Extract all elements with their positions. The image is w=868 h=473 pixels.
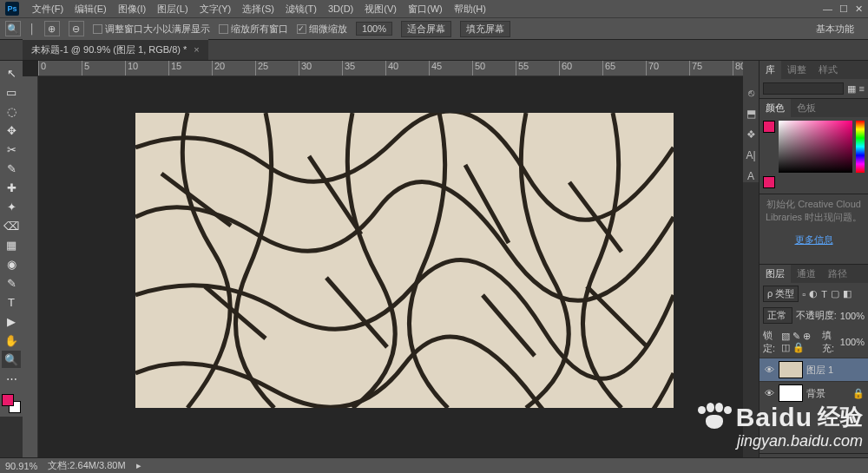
- type-tool[interactable]: T: [2, 293, 21, 311]
- menu-layer[interactable]: 图层(L): [152, 1, 193, 17]
- ruler-vertical[interactable]: [23, 76, 38, 457]
- close-icon[interactable]: ✕: [855, 3, 863, 15]
- workspace-switcher[interactable]: 基本功能: [807, 20, 863, 38]
- marquee-tool[interactable]: ▭: [2, 83, 21, 101]
- color-swatches[interactable]: [2, 394, 21, 413]
- hand-tool[interactable]: ✋: [2, 332, 21, 349]
- blend-mode-select[interactable]: 正常: [763, 307, 792, 324]
- tab-paths[interactable]: 路径: [822, 265, 853, 283]
- history-icon[interactable]: ⎋: [745, 87, 757, 99]
- menu-3d[interactable]: 3D(D): [323, 2, 358, 16]
- color-field[interactable]: [779, 121, 852, 173]
- zoom-tool[interactable]: 🔍: [2, 351, 21, 368]
- visibility-icon[interactable]: 👁: [763, 388, 775, 398]
- more-info-link[interactable]: 更多信息: [795, 234, 833, 245]
- tab-style[interactable]: 样式: [812, 61, 844, 79]
- filter-icon[interactable]: ◧: [843, 288, 852, 299]
- layer-name[interactable]: 背景: [806, 387, 825, 400]
- layer-row[interactable]: 👁 背景 🔒: [760, 381, 868, 404]
- visibility-icon[interactable]: 👁: [763, 365, 775, 375]
- menu-type[interactable]: 文字(Y): [194, 1, 237, 17]
- lock-label: 锁定:: [763, 329, 778, 355]
- ruler-mark: 50: [472, 61, 516, 76]
- tab-swatches[interactable]: 色板: [791, 99, 822, 117]
- filter-icon[interactable]: ▫: [802, 289, 806, 299]
- lasso-tool[interactable]: ◌: [2, 102, 21, 120]
- tab-search[interactable]: 库: [760, 61, 781, 79]
- color-panel: 颜色色板: [760, 99, 868, 194]
- resize-window-label: 调整窗口大小以满屏显示: [105, 23, 210, 36]
- opacity-value[interactable]: 100%: [840, 311, 865, 321]
- crop-tool[interactable]: ✂: [2, 141, 21, 158]
- eraser-tool[interactable]: ▦: [2, 236, 21, 253]
- fit-screen-button[interactable]: 适合屏幕: [401, 21, 451, 37]
- tab-channels[interactable]: 通道: [791, 265, 822, 283]
- zoom-in-icon[interactable]: ⊕: [44, 21, 60, 36]
- close-tab-icon[interactable]: ×: [194, 44, 199, 55]
- layer-filter-kind[interactable]: ρ 类型: [763, 286, 799, 302]
- menu-help[interactable]: 帮助(H): [449, 1, 491, 17]
- ruler-mark: 45: [429, 61, 472, 76]
- ruler-mark: 70: [646, 61, 689, 76]
- scrubby-zoom-checkbox[interactable]: ✓细微缩放: [297, 23, 347, 36]
- menu-file[interactable]: 文件(F): [27, 1, 69, 17]
- menu-window[interactable]: 窗口(W): [403, 1, 448, 17]
- brush-tool[interactable]: ✦: [2, 198, 21, 215]
- list-view-icon[interactable]: ≡: [859, 83, 865, 94]
- move-tool[interactable]: ↖: [2, 64, 21, 82]
- filter-icon[interactable]: ◐: [809, 288, 818, 299]
- grid-view-icon[interactable]: ▦: [847, 83, 856, 95]
- menu-image[interactable]: 图像(I): [113, 1, 151, 17]
- search-input[interactable]: [763, 82, 844, 95]
- ruler-horizontal[interactable]: 05101520253035404550556065707580: [38, 61, 743, 76]
- fill-screen-button[interactable]: 填充屏幕: [460, 21, 510, 37]
- layer-name[interactable]: 图层 1: [806, 364, 833, 377]
- layer-thumbnail[interactable]: [779, 384, 803, 402]
- adjustments-icon[interactable]: ❖: [745, 128, 757, 141]
- menu-select[interactable]: 选择(S): [237, 1, 279, 17]
- filter-icon[interactable]: T: [821, 289, 827, 299]
- options-bar: 🔍 │ ⊕ ⊖ 调整窗口大小以满屏显示 缩放所有窗口 ✓细微缩放 100% 适合…: [0, 17, 868, 40]
- gradient-tool[interactable]: ◉: [2, 255, 21, 273]
- status-doc-size[interactable]: 文档:2.64M/3.80M: [48, 459, 125, 472]
- zoom-out-icon[interactable]: ⊖: [69, 21, 84, 36]
- menu-view[interactable]: 视图(V): [359, 1, 402, 17]
- healing-tool[interactable]: ✚: [2, 179, 21, 196]
- ruler-mark: 5: [82, 61, 125, 76]
- ruler-mark: 60: [559, 61, 602, 76]
- status-zoom[interactable]: 90.91%: [5, 461, 37, 471]
- tab-layers[interactable]: 图层: [760, 265, 791, 283]
- resize-window-checkbox[interactable]: 调整窗口大小以满屏显示: [93, 23, 210, 36]
- menu-edit[interactable]: 编辑(E): [69, 1, 112, 17]
- maximize-icon[interactable]: ☐: [839, 3, 848, 15]
- edit-toolbar[interactable]: ⋯: [2, 370, 21, 387]
- document-tab[interactable]: 未标题-1 @ 90.9% (图层 1, RGB/8) *×: [23, 39, 208, 60]
- ruler-mark: 80: [733, 61, 743, 76]
- properties-icon[interactable]: ⬒: [745, 108, 757, 120]
- layer-thumbnail[interactable]: [779, 361, 803, 378]
- tab-adjust[interactable]: 调整: [781, 61, 812, 79]
- stamp-tool[interactable]: ⌫: [2, 217, 21, 234]
- path-tool[interactable]: ▶: [2, 312, 21, 330]
- fg-swatch[interactable]: [763, 121, 775, 133]
- zoom-all-checkbox[interactable]: 缩放所有窗口: [219, 23, 288, 36]
- status-chevron-icon[interactable]: ▸: [136, 460, 141, 471]
- tab-color[interactable]: 颜色: [760, 99, 791, 117]
- zoom-tool-icon[interactable]: 🔍: [5, 21, 21, 36]
- bg-swatch[interactable]: [763, 176, 775, 188]
- layer-row[interactable]: 👁 图层 1: [760, 358, 868, 381]
- canvas-image[interactable]: [135, 113, 674, 408]
- character-icon[interactable]: A|: [745, 149, 757, 161]
- paragraph-icon[interactable]: A: [745, 170, 757, 182]
- pen-tool[interactable]: ✎: [2, 274, 21, 292]
- hue-slider[interactable]: [856, 121, 865, 173]
- menu-filter[interactable]: 滤镜(T): [280, 1, 322, 17]
- foreground-color[interactable]: [2, 394, 14, 406]
- minimize-icon[interactable]: —: [823, 3, 832, 15]
- filter-icon[interactable]: ▢: [831, 288, 839, 299]
- lock-icons[interactable]: ▧ ✎ ⊕ ◫ 🔒: [781, 331, 819, 353]
- fill-value[interactable]: 100%: [840, 337, 865, 347]
- eyedropper-tool[interactable]: ✎: [2, 160, 21, 177]
- quick-select-tool[interactable]: ✥: [2, 122, 21, 139]
- zoom-100-button[interactable]: 100%: [356, 22, 392, 36]
